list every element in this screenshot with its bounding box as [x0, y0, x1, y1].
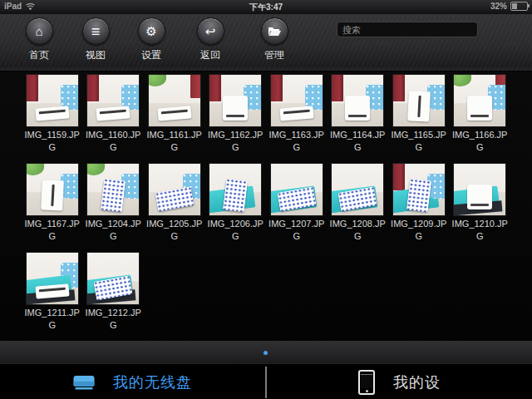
- home-button[interactable]: ⌂ 首页: [17, 17, 61, 62]
- status-time: 下午3:47: [0, 2, 532, 13]
- file-item[interactable]: IMG_1164.JPG: [328, 75, 389, 153]
- file-thumbnail[interactable]: [332, 164, 383, 215]
- file-item[interactable]: IMG_1162.JPG: [205, 75, 267, 153]
- battery-percent: 32%: [490, 2, 507, 11]
- file-thumbnail[interactable]: [332, 75, 383, 126]
- toolbar: ⌂ 首页 ≡ 视图 ⚙ 设置 ↩ 返回 管理: [0, 14, 532, 71]
- back-icon: ↩: [197, 17, 224, 45]
- photo-prop-plant: [27, 164, 44, 175]
- photo-prop-bookL: [27, 75, 38, 101]
- file-thumbnail[interactable]: [454, 75, 505, 126]
- file-name: IMG_1165.JPG: [390, 129, 448, 154]
- photo-prop-plant: [149, 75, 166, 86]
- view-button[interactable]: ≡ 视图: [74, 17, 117, 62]
- photo-prop-plant: [87, 164, 105, 175]
- file-thumbnail[interactable]: [149, 164, 200, 215]
- tab-label: 我的设: [393, 372, 441, 392]
- file-name: IMG_1159.JPG: [23, 129, 81, 154]
- file-name: IMG_1161.JPG: [145, 129, 204, 154]
- list-view-icon: ≡: [82, 17, 110, 45]
- back-button-label: 返回: [189, 48, 232, 62]
- home-button-label: 首页: [17, 48, 61, 62]
- file-thumbnail[interactable]: [209, 164, 261, 215]
- wireless-disk-icon: [73, 374, 95, 391]
- file-item[interactable]: IMG_1161.JPG: [144, 75, 205, 153]
- file-item[interactable]: IMG_1159.JPG: [22, 75, 83, 153]
- tab-my-device[interactable]: 我的设: [267, 364, 532, 399]
- photo-device: [345, 96, 370, 121]
- file-item[interactable]: IMG_1204.JPG: [83, 164, 145, 242]
- photo-prop-bookR: [190, 75, 200, 98]
- file-name: IMG_1207.JPG: [268, 218, 326, 243]
- file-thumbnail[interactable]: [27, 164, 78, 215]
- file-thumbnail[interactable]: [209, 75, 261, 126]
- photo-device: [41, 180, 64, 210]
- file-item[interactable]: IMG_1163.JPG: [266, 75, 328, 153]
- file-thumbnail[interactable]: [87, 164, 139, 215]
- view-button-label: 视图: [74, 48, 117, 62]
- photo-device: [467, 185, 492, 209]
- file-thumbnail[interactable]: [393, 164, 445, 215]
- file-name: IMG_1208.JPG: [328, 218, 387, 243]
- manage-button-label: 管理: [253, 48, 296, 62]
- file-name: IMG_1164.JPG: [328, 129, 387, 154]
- file-item[interactable]: IMG_1207.JPG: [266, 164, 328, 242]
- photo-device: [155, 186, 194, 211]
- file-thumbnail[interactable]: [271, 75, 323, 126]
- photo-prop-bookL: [87, 75, 99, 101]
- file-item[interactable]: IMG_1167.JPG: [22, 164, 83, 242]
- file-thumbnail[interactable]: [27, 75, 78, 126]
- photo-device: [157, 106, 191, 121]
- file-thumbnail[interactable]: [87, 75, 139, 126]
- file-item[interactable]: IMG_1205.JPG: [144, 164, 205, 242]
- file-thumbnail[interactable]: [149, 75, 200, 126]
- photo-prop-bookL: [332, 75, 343, 101]
- file-item[interactable]: IMG_1160.JPG: [83, 75, 145, 153]
- page-indicator-strip: [0, 341, 532, 363]
- photo-device: [406, 179, 431, 213]
- photo-prop-bookL: [209, 75, 221, 101]
- photo-prop-plant: [454, 75, 471, 86]
- file-item[interactable]: IMG_1165.JPG: [388, 75, 450, 153]
- photo-device: [35, 106, 69, 121]
- app-screen: iPad 下午3:47 32% ⌂ 首页 ≡ 视图 ⚙ 设置 ↩ 返: [0, 0, 532, 399]
- file-name: IMG_1210.JPG: [451, 218, 509, 243]
- file-thumbnail[interactable]: [271, 164, 323, 215]
- file-name: IMG_1167.JPG: [23, 218, 81, 243]
- tab-my-wireless-disk[interactable]: 我的无线盘: [0, 364, 265, 399]
- photo-device: [407, 91, 431, 121]
- photo-prop-bookL: [393, 75, 405, 101]
- file-thumbnail[interactable]: [27, 253, 78, 304]
- file-item[interactable]: IMG_1209.JPG: [388, 164, 450, 242]
- file-item[interactable]: IMG_1208.JPG: [328, 164, 389, 242]
- file-item[interactable]: IMG_1210.JPG: [450, 164, 511, 242]
- file-item[interactable]: IMG_1212.JPG: [83, 253, 145, 331]
- file-name: IMG_1211.JPG: [23, 307, 81, 332]
- settings-button-label: 设置: [130, 48, 173, 62]
- file-item[interactable]: IMG_1211.JPG: [22, 253, 83, 331]
- search-input[interactable]: [337, 22, 478, 37]
- file-item[interactable]: IMG_1206.JPG: [205, 164, 267, 242]
- file-thumbnail[interactable]: [454, 164, 505, 215]
- photo-device: [467, 96, 492, 121]
- manage-button[interactable]: 管理: [253, 17, 296, 62]
- back-button[interactable]: ↩ 返回: [189, 17, 232, 62]
- gear-icon: ⚙: [138, 17, 165, 45]
- file-thumbnail[interactable]: [87, 253, 139, 304]
- photo-device: [223, 179, 248, 213]
- photo-prop-bookL: [393, 164, 405, 190]
- file-name: IMG_1206.JPG: [206, 218, 264, 243]
- settings-button[interactable]: ⚙ 设置: [130, 17, 173, 62]
- file-thumbnail[interactable]: [393, 75, 445, 126]
- photo-device: [279, 106, 313, 121]
- file-item[interactable]: IMG_1166.JPG: [450, 75, 511, 153]
- battery-icon: [510, 2, 528, 11]
- photo-prop-bookL: [271, 75, 283, 101]
- file-name: IMG_1209.JPG: [390, 218, 448, 243]
- file-grid: IMG_1159.JPGIMG_1160.JPGIMG_1161.JPGIMG_…: [22, 75, 510, 331]
- file-name: IMG_1212.JPG: [84, 307, 142, 332]
- file-name: IMG_1205.JPG: [145, 218, 204, 243]
- status-bar: iPad 下午3:47 32%: [0, 0, 532, 14]
- file-grid-area: IMG_1159.JPGIMG_1160.JPGIMG_1161.JPGIMG_…: [0, 71, 532, 341]
- file-name: IMG_1204.JPG: [84, 218, 142, 243]
